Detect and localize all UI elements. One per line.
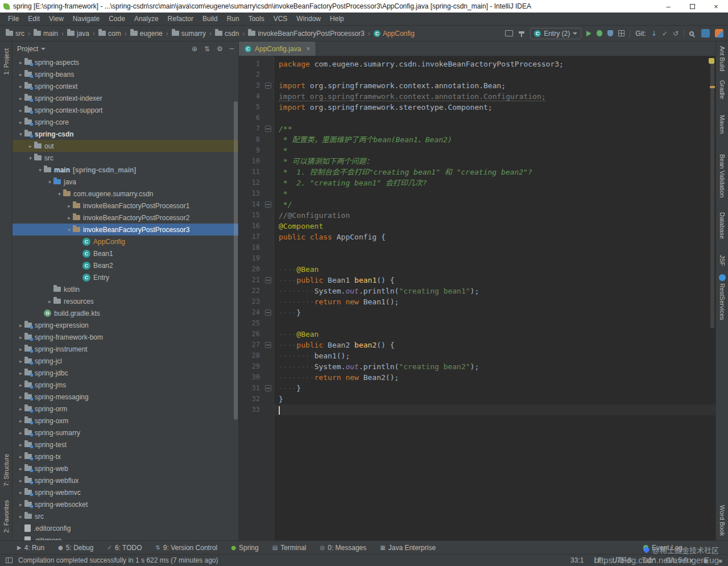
- menu-help[interactable]: Help: [325, 14, 349, 24]
- git-update-button[interactable]: ↓: [651, 30, 657, 38]
- chevron-down-icon[interactable]: ▾: [17, 131, 24, 137]
- tree-item[interactable]: .gitignore: [13, 534, 238, 540]
- fold-marker-icon[interactable]: −: [265, 342, 271, 348]
- menu-view[interactable]: View: [44, 14, 68, 24]
- chevron-right-icon[interactable]: ▸: [65, 203, 73, 209]
- git-commit-button[interactable]: ✓: [662, 30, 668, 38]
- chevron-right-icon[interactable]: ▸: [17, 490, 24, 495]
- breadcrumb-item[interactable]: AppConfig: [373, 29, 416, 38]
- code-line[interactable]: * 2. "creating bean1" 会打印几次?: [274, 177, 715, 188]
- locate-button[interactable]: ⊕: [192, 45, 197, 53]
- git-rollback-button[interactable]: ↺: [673, 30, 679, 38]
- code-line[interactable]: package com.eugene.sumarry.csdn.invokeBe…: [274, 59, 715, 69]
- chevron-right-icon[interactable]: ▸: [17, 358, 24, 364]
- code-line[interactable]: *: [274, 145, 715, 156]
- plugin-orange-icon[interactable]: [715, 29, 723, 38]
- chevron-down-icon[interactable]: ▾: [46, 179, 53, 185]
- code-line[interactable]: ····public Bean2 bean2() {: [274, 340, 715, 350]
- code-line[interactable]: ····public Bean1 bean1() {: [274, 275, 715, 286]
- chevron-right-icon[interactable]: ▸: [17, 334, 24, 340]
- preview-icon[interactable]: [505, 30, 513, 36]
- tree-item[interactable]: kotlin: [13, 283, 238, 295]
- chevron-right-icon[interactable]: ▸: [17, 72, 24, 77]
- menu-navigate[interactable]: Navigate: [68, 14, 104, 24]
- code-line[interactable]: import org.springframework.context.annot…: [274, 80, 715, 91]
- tree-item[interactable]: Bean1: [13, 247, 238, 259]
- profiler-button[interactable]: [618, 30, 624, 36]
- project-panel-title[interactable]: Project: [17, 45, 38, 53]
- tree-item[interactable]: ▾main[spring-csdn_main]: [13, 164, 238, 176]
- code-line[interactable]: ········return new Bean2();: [274, 372, 715, 383]
- tree-item[interactable]: AppConfig: [13, 236, 238, 247]
- code-line[interactable]: ········bean1();: [274, 350, 715, 361]
- breadcrumb-item[interactable]: main: [32, 29, 59, 38]
- tree-item[interactable]: build.gradle.kts: [13, 307, 238, 319]
- tree-item[interactable]: Bean2: [13, 259, 238, 271]
- event-log-button[interactable]: Event Log: [643, 544, 682, 552]
- chevron-right-icon[interactable]: ▸: [17, 442, 24, 448]
- code-line[interactable]: ········System.out.println("creating bea…: [274, 361, 715, 372]
- code-line[interactable]: * 可以猜测如下两个问题：: [274, 156, 715, 167]
- code-line[interactable]: [274, 253, 715, 264]
- lock-icon[interactable]: ●: [703, 557, 708, 564]
- chevron-right-icon[interactable]: ▸: [27, 143, 34, 149]
- tree-item[interactable]: ▸spring-instrument: [13, 343, 238, 355]
- code-line[interactable]: ····}: [274, 383, 715, 394]
- run-button[interactable]: [586, 31, 592, 36]
- tree-item[interactable]: ▸spring-jdbc: [13, 367, 238, 379]
- tree-item[interactable]: ▾invokeBeanFactoryPostProcessor3: [13, 224, 238, 236]
- tree-item[interactable]: ▸spring-core: [13, 116, 238, 128]
- menu-analyze[interactable]: Analyze: [130, 14, 163, 24]
- chevron-down-icon[interactable]: ▾: [65, 227, 73, 233]
- code-line[interactable]: [274, 113, 715, 123]
- tree-item[interactable]: ▸invokeBeanFactoryPostProcessor1: [13, 200, 238, 212]
- breadcrumb-item[interactable]: invokeBeanFactoryPostProcessor3: [247, 29, 365, 38]
- chevron-right-icon[interactable]: ▸: [17, 466, 24, 472]
- tree-item[interactable]: ▸spring-messaging: [13, 391, 238, 403]
- code-line[interactable]: */: [274, 199, 715, 210]
- tree-item[interactable]: ▸src: [13, 510, 238, 522]
- chevron-right-icon[interactable]: ▸: [17, 394, 24, 400]
- breadcrumb-item[interactable]: sumarry: [171, 29, 207, 38]
- tree-item[interactable]: ▸spring-framework-bom: [13, 331, 238, 343]
- code-line[interactable]: [274, 404, 715, 415]
- status-widget-33-1[interactable]: 33:1: [570, 556, 584, 564]
- tool-button-2-favorites[interactable]: 2: Favorites: [3, 500, 10, 532]
- tree-item[interactable]: ▸spring-tx: [13, 451, 238, 462]
- tool-button-7-structure[interactable]: 7: Structure: [3, 454, 10, 486]
- code-line[interactable]: * 1. 控制台会不会打印"creating bean1" 和 "creatin…: [274, 167, 715, 177]
- chevron-down-icon[interactable]: ▾: [27, 155, 34, 161]
- hide-panel-button[interactable]: ─: [230, 45, 234, 53]
- chevron-right-icon[interactable]: ▸: [17, 454, 24, 460]
- tool-button-9-version-control[interactable]: ⇅9: Version Control: [155, 544, 217, 552]
- code-line[interactable]: ····@Bean: [274, 264, 715, 275]
- tool-button-restservices[interactable]: RestServices: [719, 274, 726, 320]
- editor-scrollbar[interactable]: [710, 61, 714, 328]
- tree-item[interactable]: Entry: [13, 271, 238, 283]
- tool-button-java-enterprise[interactable]: ▦Java Enterprise: [380, 544, 436, 552]
- breadcrumb-item[interactable]: com: [97, 29, 122, 38]
- tool-button-maven[interactable]: Maven: [719, 115, 726, 134]
- code-editor[interactable]: 123−4567−891011121314−15161718192021−222…: [239, 56, 715, 540]
- code-line[interactable]: ········System.out.println("creating bea…: [274, 286, 715, 296]
- tree-item[interactable]: ▸spring-expression: [13, 319, 238, 331]
- tab-appconfig[interactable]: AppConfig.java: [239, 42, 316, 56]
- tree-item[interactable]: ▾com.eugene.sumarry.csdn: [13, 188, 238, 200]
- chevron-down-icon[interactable]: ▾: [56, 191, 63, 197]
- menu-refactor[interactable]: Refactor: [163, 14, 198, 24]
- status-widget-utf-8[interactable]: UTF-8: [612, 556, 631, 564]
- chevron-right-icon[interactable]: ▸: [17, 502, 24, 507]
- tree-item[interactable]: ▸spring-jms: [13, 379, 238, 391]
- code-line[interactable]: @Component: [274, 221, 715, 232]
- maximize-button[interactable]: [680, 0, 704, 13]
- tool-button-5-debug[interactable]: ●5: Debug: [58, 544, 93, 552]
- fold-marker-icon[interactable]: −: [265, 309, 271, 316]
- tree-item[interactable]: ▸spring-jcl: [13, 355, 238, 367]
- breadcrumb-item[interactable]: src: [5, 29, 26, 38]
- fold-marker-icon[interactable]: −: [265, 82, 271, 89]
- code-line[interactable]: * 配置类，里面维护了两个bean(Bean1、Bean2): [274, 134, 715, 145]
- breadcrumb-item[interactable]: eugene: [129, 29, 164, 38]
- fold-marker-icon[interactable]: −: [265, 201, 271, 208]
- code-line[interactable]: [274, 242, 715, 253]
- chevron-right-icon[interactable]: ▸: [46, 299, 53, 304]
